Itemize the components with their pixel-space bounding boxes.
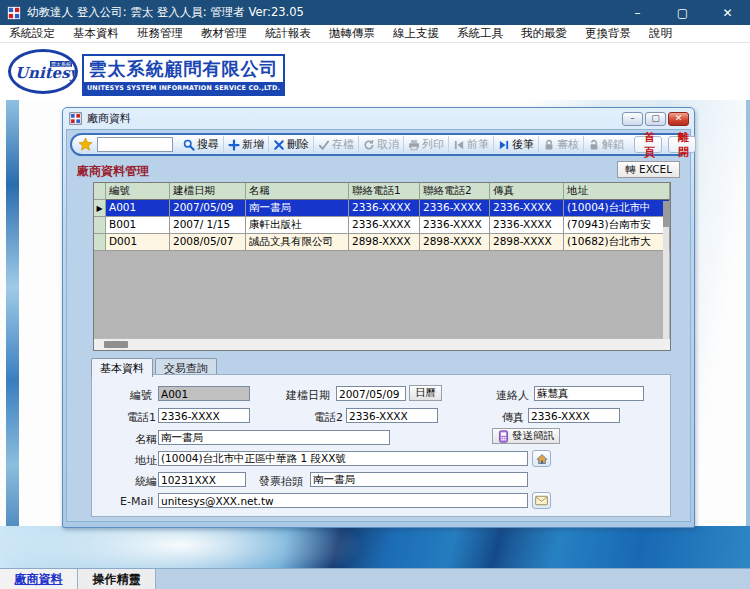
menu-statistics[interactable]: 統計報表 — [256, 26, 320, 41]
grid-horizontal-scrollbar[interactable] — [94, 338, 670, 350]
col-name[interactable]: 名稱 — [246, 183, 349, 200]
name-field[interactable] — [158, 430, 390, 445]
vendor-grid: 編號 建檔日期 名稱 聯絡電話1 聯絡電話2 傳真 地址 ▶ A001 2007… — [93, 182, 671, 351]
vendor-maximize-button[interactable]: ▢ — [645, 112, 666, 126]
menu-system-settings[interactable]: 系統設定 — [0, 26, 64, 41]
date-label: 建檔日期 — [286, 388, 330, 403]
search-input[interactable] — [97, 137, 173, 152]
wallpaper-wave — [0, 526, 750, 568]
email-label: E-Mail — [120, 495, 153, 508]
toolbar: 搜尋 新增 刪除 存檔 — [70, 133, 689, 156]
print-button: 列印 — [404, 136, 449, 153]
menu-change-background[interactable]: 更換背景 — [576, 26, 640, 41]
fax-field[interactable] — [528, 408, 620, 423]
wallpaper-right-stripe — [746, 100, 750, 568]
search-icon — [183, 139, 195, 151]
col-phone1[interactable]: 聯絡電話1 — [349, 183, 420, 200]
vendor-window-titlebar[interactable]: 廠商資料 – ▢ ✕ — [66, 108, 691, 129]
approve-button: 審核 — [539, 136, 584, 153]
fax-label: 傳真 — [502, 410, 524, 425]
undo-icon — [363, 139, 375, 151]
address-field[interactable] — [158, 451, 528, 466]
window-title: 幼教達人 登入公司: 雲太 登入人員: 管理者 Ver:23.05 — [27, 5, 304, 20]
previous-icon — [453, 139, 465, 151]
menu-help[interactable]: 說明 — [640, 26, 681, 41]
contact-label: 連絡人 — [496, 388, 529, 403]
invoice-title-field[interactable] — [310, 472, 528, 487]
menu-favorites[interactable]: 我的最愛 — [512, 26, 576, 41]
col-address[interactable]: 地址 — [564, 183, 670, 200]
address-label: 地址 — [135, 453, 157, 468]
menu-class-management[interactable]: 班務管理 — [128, 26, 192, 41]
taxid-label: 統編 — [135, 474, 157, 489]
check-icon — [318, 139, 330, 151]
date-field[interactable] — [336, 386, 406, 401]
exit-button[interactable]: 離開 — [668, 136, 696, 153]
printer-icon — [408, 139, 420, 151]
cancel-button: 取消 — [359, 136, 404, 153]
email-field[interactable] — [158, 493, 528, 508]
send-sms-button[interactable]: 發送簡訊 — [492, 428, 560, 444]
map-house-button[interactable] — [532, 450, 551, 467]
maximize-button[interactable]: ▢ — [660, 0, 705, 25]
vendor-minimize-button[interactable]: – — [622, 112, 643, 126]
os-titlebar: 幼教達人 登入公司: 雲太 登入人員: 管理者 Ver:23.05 – ▢ ✕ — [0, 0, 750, 25]
company-logo: Unitesys 雲太系統 — [8, 49, 78, 94]
mdi-background: 廠商資料 – ▢ ✕ 搜尋 — [0, 100, 750, 568]
app-icon — [7, 6, 21, 20]
id-label: 編號 — [130, 388, 152, 403]
taskbar-tab-wizard[interactable]: 操作精靈 — [78, 569, 156, 589]
plus-icon — [228, 139, 240, 151]
menu-system-tools[interactable]: 系統工具 — [448, 26, 512, 41]
company-name-zh: 雲太系統顧問有限公司 — [84, 56, 283, 82]
grid-header-row: 編號 建檔日期 名稱 聯絡電話1 聯絡電話2 傳真 地址 — [94, 183, 670, 200]
phone1-field[interactable] — [158, 408, 250, 423]
col-date[interactable]: 建檔日期 — [170, 183, 246, 200]
col-id[interactable]: 編號 — [106, 183, 170, 200]
logo-bar: Unitesys 雲太系統 雲太系統顧問有限公司 UNITESYS SYSTEM… — [0, 43, 750, 100]
taskbar-tab-vendor-data[interactable]: 廠商資料 — [0, 569, 78, 589]
house-icon — [536, 453, 548, 465]
taxid-field[interactable] — [158, 472, 246, 487]
grid-vertical-scrollbar[interactable] — [663, 201, 669, 339]
table-row[interactable]: D001 2008/05/07 誠品文具有限公司 2898-XXXX 2898-… — [94, 234, 670, 251]
menu-vouchers[interactable]: 拋轉傳票 — [320, 26, 384, 41]
table-row[interactable]: ▶ A001 2007/05/09 南一書局 2336-XXXX 2336-XX… — [94, 200, 670, 217]
vendor-detail-form: 編號 建檔日期 日曆 連絡人 電話1 電話2 傳真 名稱 — [91, 374, 671, 517]
next-record-button[interactable]: 後筆 — [494, 136, 539, 153]
minimize-button[interactable]: – — [615, 0, 660, 25]
home-button[interactable]: 首頁 — [634, 136, 662, 153]
col-phone2[interactable]: 聯絡電話2 — [420, 183, 490, 200]
envelope-icon — [535, 495, 548, 506]
section-title: 廠商資料管理 — [77, 163, 149, 180]
screen: 幼教達人 登入公司: 雲太 登入人員: 管理者 Ver:23.05 – ▢ ✕ … — [0, 0, 750, 589]
col-fax[interactable]: 傳真 — [490, 183, 564, 200]
save-button: 存檔 — [314, 136, 359, 153]
vendor-window-icon — [69, 112, 82, 125]
table-row[interactable]: B001 2007/ 1/15 康軒出版社 2336-XXXX 2336-XXX… — [94, 217, 670, 234]
name-label: 名稱 — [135, 432, 157, 447]
phone2-field[interactable] — [346, 408, 438, 423]
send-email-button[interactable] — [532, 492, 551, 509]
unlock-icon — [588, 139, 600, 151]
company-nameplate: 雲太系統顧問有限公司 UNITESYS SYSTEM INFORMATION S… — [82, 54, 285, 96]
close-button[interactable]: ✕ — [705, 0, 750, 25]
menu-basic-data[interactable]: 基本資料 — [64, 26, 128, 41]
search-button[interactable]: 搜尋 — [179, 136, 224, 153]
favorite-star-icon[interactable] — [78, 137, 93, 152]
delete-button[interactable]: 刪除 — [269, 136, 314, 153]
grid-empty-area — [94, 251, 670, 338]
contact-field[interactable] — [534, 386, 644, 401]
vendor-window-title: 廠商資料 — [87, 111, 131, 126]
menu-online-support[interactable]: 線上支援 — [384, 26, 448, 41]
menu-material-management[interactable]: 教材管理 — [192, 26, 256, 41]
calendar-button[interactable]: 日曆 — [409, 385, 442, 401]
unlock-button: 解鎖 — [584, 136, 628, 153]
tab-basic-data[interactable]: 基本資料 — [91, 358, 153, 377]
row-selector-marker: ▶ — [94, 200, 106, 217]
export-excel-button[interactable]: 轉 EXCEL — [617, 161, 680, 178]
add-button[interactable]: 新增 — [224, 136, 269, 153]
wallpaper-left-stripe — [6, 100, 19, 568]
vendor-close-button[interactable]: ✕ — [668, 112, 689, 126]
vendor-window-client: 搜尋 新增 刪除 存檔 — [66, 129, 691, 522]
